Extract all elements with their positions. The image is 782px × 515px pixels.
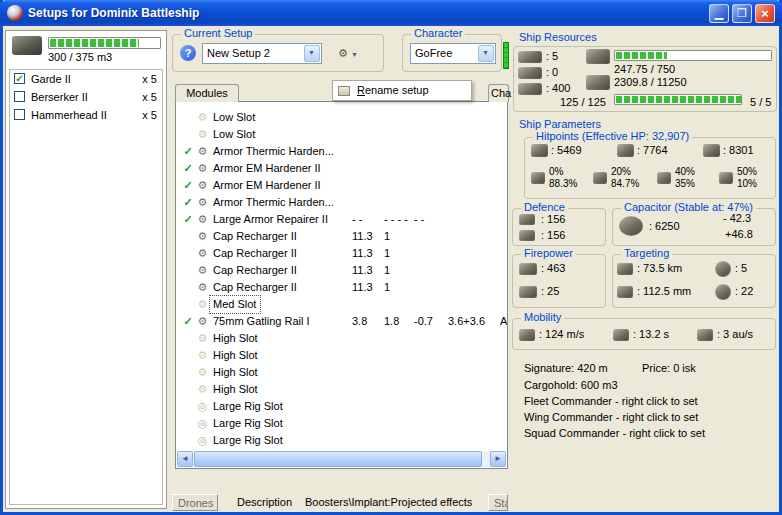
horizontal-scrollbar[interactable]: ◄ ► xyxy=(177,451,506,467)
structure-hp: : 8301 xyxy=(723,144,754,156)
kinetic-resist-icon xyxy=(657,172,671,184)
module-row[interactable]: Cap Recharger II11.31 xyxy=(176,279,507,296)
module-stat: 1 xyxy=(384,245,414,262)
minimize-button[interactable] xyxy=(709,4,729,23)
armor-icon xyxy=(617,144,634,157)
targeting-range-value: : 73.5 km xyxy=(637,262,682,274)
module-name: 75mm Gatling Rail I xyxy=(210,313,342,330)
module-row[interactable]: Cap Recharger II11.31 xyxy=(176,262,507,279)
wing-commander-text[interactable]: Wing Commander - right click to set xyxy=(524,411,698,423)
ship-parameters-title: Ship Parameters xyxy=(519,118,601,130)
structure-icon xyxy=(703,144,720,157)
defence-group: Defence : 156 : 156 xyxy=(512,208,606,246)
tab-boosters[interactable]: Boosters\Implant:Projected effects xyxy=(300,494,477,511)
kinetic-shield-resist: 40% xyxy=(675,166,695,178)
module-row[interactable]: Large Rig Slot xyxy=(176,432,507,449)
wrench-icon: ⚙ xyxy=(338,47,348,59)
setup-tools-button[interactable]: ⚙ ▼ xyxy=(329,43,367,64)
module-name: Large Rig Slot xyxy=(210,432,342,449)
scrollbar-thumb[interactable] xyxy=(194,451,482,467)
module-row[interactable]: High Slot xyxy=(176,364,507,381)
shield-defence-icon xyxy=(519,214,535,225)
drone-checkbox[interactable] xyxy=(14,91,25,102)
fleet-commander-text[interactable]: Fleet Commander - right click to set xyxy=(524,395,698,407)
module-row[interactable]: Armor Thermic Harden... xyxy=(176,143,507,160)
close-button[interactable] xyxy=(755,4,775,23)
chevron-down-icon[interactable] xyxy=(304,45,320,62)
module-row[interactable]: Armor Thermic Harden... xyxy=(176,194,507,211)
tab-drones[interactable]: Drones xyxy=(172,494,218,511)
drone-quantity: x 5 xyxy=(142,88,157,106)
module-row[interactable]: Large Armor Repairer II- -- - - -- - xyxy=(176,211,507,228)
chevron-down-icon[interactable] xyxy=(478,45,494,62)
cargohold-text: Cargohold: 600 m3 xyxy=(524,379,618,391)
drone-checkbox[interactable] xyxy=(14,109,25,120)
module-row[interactable]: Large Rig Slot xyxy=(176,398,507,415)
app-window: Setups for Dominix Battleship 300 / 375 … xyxy=(0,0,782,515)
module-icon xyxy=(195,160,210,177)
em-shield-resist: 0% xyxy=(549,166,577,178)
module-stat: -0.7 xyxy=(414,313,448,330)
scroll-right-icon[interactable]: ► xyxy=(490,451,506,467)
module-row[interactable]: Low Slot xyxy=(176,109,507,126)
drone-list-item[interactable]: Hammerhead II x 5 xyxy=(10,106,162,124)
slot-icon xyxy=(195,347,210,364)
capacitor-recharge: +46.8 xyxy=(725,228,753,240)
ship-resources-group: : 5 : 0 : 400 247.75 / 750 2309.8 / 1125… xyxy=(513,46,777,112)
titlebar[interactable]: Setups for Dominix Battleship xyxy=(0,0,782,26)
maximize-button[interactable] xyxy=(732,4,752,23)
module-stat: 1 xyxy=(384,279,414,296)
module-icon xyxy=(195,194,210,211)
module-name: High Slot xyxy=(210,347,342,364)
module-stat: 3.6+3.6 xyxy=(448,313,500,330)
module-row[interactable]: High Slot xyxy=(176,347,507,364)
drone-list-item[interactable]: Berserker II x 5 xyxy=(10,88,162,106)
module-row[interactable]: Cap Recharger II11.31 xyxy=(176,228,507,245)
rename-setup-label[interactable]: Rename setup xyxy=(357,84,429,96)
sensor-strength-icon xyxy=(715,284,731,300)
module-name: Cap Recharger II xyxy=(210,245,342,262)
thermal-resists: 20% 84.7% xyxy=(611,166,639,190)
slot-icon xyxy=(195,381,210,398)
powergrid-text: 2309.8 / 11250 xyxy=(614,76,687,88)
character-select[interactable]: GoFree xyxy=(410,43,496,64)
module-row-selected[interactable]: Med Slot xyxy=(176,296,507,313)
firepower-title: Firepower xyxy=(521,247,576,259)
scroll-left-icon[interactable]: ◄ xyxy=(177,451,193,467)
tab-modules[interactable]: Modules xyxy=(175,84,239,102)
capacitor-capacity: : 6250 xyxy=(649,220,680,232)
app-icon xyxy=(7,5,23,21)
module-icon xyxy=(195,245,210,262)
launcher-hardpoints-value: : 0 xyxy=(546,66,558,78)
module-stat: 3.8 xyxy=(342,313,384,330)
module-icon xyxy=(195,262,210,279)
thermal-shield-resist: 20% xyxy=(611,166,639,178)
drone-list-item[interactable]: Garde II x 5 xyxy=(10,70,162,88)
module-row[interactable]: Large Rig Slot xyxy=(176,415,507,432)
tab-stats[interactable]: Stats xyxy=(488,494,508,511)
volley-value: : 463 xyxy=(541,262,565,274)
rename-setup-popup[interactable]: Rename setup xyxy=(332,80,472,101)
module-row[interactable]: High Slot xyxy=(176,381,507,398)
tab-charges[interactable]: Cha xyxy=(488,84,509,102)
setup-select[interactable]: New Setup 2 xyxy=(202,43,322,64)
module-row[interactable]: Armor EM Hardener II xyxy=(176,160,507,177)
module-stat: Anti xyxy=(500,313,507,330)
module-row[interactable]: Armor EM Hardener II xyxy=(176,177,507,194)
tab-description[interactable]: Description xyxy=(232,494,297,511)
em-armor-resist: 88.3% xyxy=(549,178,577,190)
module-row[interactable]: High Slot xyxy=(176,330,507,347)
capacitor-icon xyxy=(619,216,643,236)
max-velocity-icon xyxy=(519,329,535,341)
drone-name: Hammerhead II xyxy=(31,106,107,124)
scan-resolution-icon xyxy=(617,286,633,298)
squad-commander-text[interactable]: Squad Commander - right click to set xyxy=(524,427,705,439)
module-row[interactable]: Cap Recharger II11.31 xyxy=(176,245,507,262)
module-name: High Slot xyxy=(210,381,342,398)
module-row[interactable]: 75mm Gatling Rail I3.81.8-0.73.6+3.6Anti xyxy=(176,313,507,330)
cpu-icon xyxy=(586,49,610,64)
drone-checkbox[interactable] xyxy=(14,73,25,84)
help-button[interactable]: ? xyxy=(180,45,196,61)
module-name: Large Armor Repairer II xyxy=(210,211,342,228)
module-row[interactable]: Low Slot xyxy=(176,126,507,143)
